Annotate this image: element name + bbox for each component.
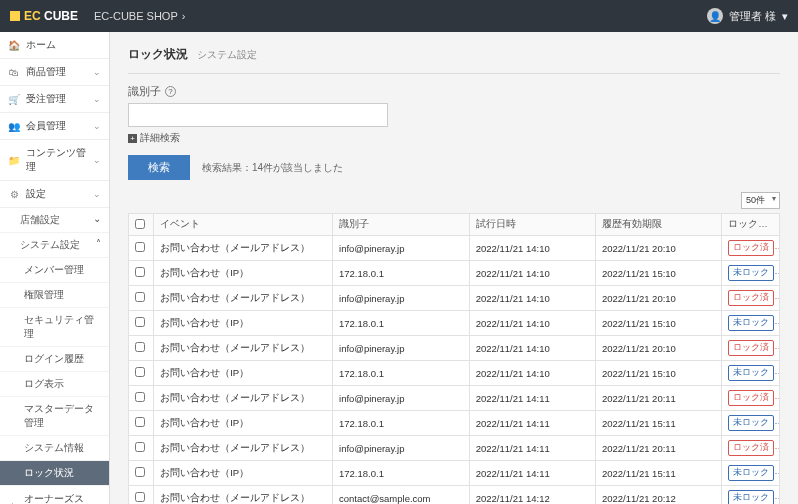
status-badge: ロック済: [728, 440, 774, 456]
nav-item-1[interactable]: 🛍商品管理⌄: [0, 59, 109, 86]
nav-sub-sub2[interactable]: システム設定˄: [0, 233, 109, 258]
row-checkbox[interactable]: [135, 467, 145, 477]
cell-status: ロック済: [722, 286, 780, 311]
cell-attempt-time: 2022/11/21 14:10: [469, 286, 595, 311]
nav-system-6[interactable]: システム情報: [0, 436, 109, 461]
page-size-select[interactable]: 50件: [741, 192, 780, 209]
result-count: 検索結果：14件が該当しました: [202, 161, 343, 175]
nav-item-0[interactable]: 🏠ホーム: [0, 32, 109, 59]
nav-system-1[interactable]: 権限管理: [0, 283, 109, 308]
status-badge: 未ロック: [728, 365, 774, 381]
cell-expiry: 2022/11/21 15:11: [595, 411, 721, 436]
user-menu[interactable]: 👤 管理者 様 ▾: [707, 8, 788, 24]
nav-icon: 📁: [8, 155, 20, 166]
cell-attempt-time: 2022/11/21 14:11: [469, 461, 595, 486]
nav-label: セキュリティ管理: [24, 314, 94, 339]
cell-expiry: 2022/11/21 15:10: [595, 261, 721, 286]
row-checkbox-cell: [129, 411, 154, 436]
status-badge: ロック済: [728, 390, 774, 406]
row-checkbox[interactable]: [135, 242, 145, 252]
select-all-checkbox[interactable]: [135, 219, 145, 229]
chevron-down-icon: ▾: [782, 10, 788, 23]
row-checkbox[interactable]: [135, 342, 145, 352]
shop-link[interactable]: EC-CUBE SHOP›: [94, 10, 185, 22]
nav-item-3[interactable]: 👥会員管理⌄: [0, 113, 109, 140]
cell-identifier: info@pineray.jp: [333, 336, 470, 361]
nav-item-4[interactable]: 📁コンテンツ管理⌄: [0, 140, 109, 181]
cell-identifier: 172.18.0.1: [333, 361, 470, 386]
cell-event: お問い合わせ（メールアドレス）: [154, 486, 333, 505]
nav-system-2[interactable]: セキュリティ管理: [0, 308, 109, 347]
row-checkbox-cell: [129, 311, 154, 336]
row-checkbox[interactable]: [135, 492, 145, 502]
page-title: ロック状況: [128, 47, 188, 61]
nav-sub-sub1[interactable]: 店舗設定⌄: [0, 208, 109, 233]
row-checkbox-cell: [129, 436, 154, 461]
table-row: お問い合わせ（メールアドレス）contact@sample.com2022/11…: [129, 486, 780, 505]
cell-expiry: 2022/11/21 20:10: [595, 336, 721, 361]
row-checkbox-cell: [129, 361, 154, 386]
cell-expiry: 2022/11/21 20:12: [595, 486, 721, 505]
row-checkbox[interactable]: [135, 442, 145, 452]
cell-identifier: info@pineray.jp: [333, 386, 470, 411]
cell-attempt-time: 2022/11/21 14:10: [469, 261, 595, 286]
row-checkbox[interactable]: [135, 292, 145, 302]
nav-label: ログ表示: [24, 378, 64, 389]
cell-expiry: 2022/11/21 20:11: [595, 386, 721, 411]
lock-table: イベント識別子試行日時履歴有効期限ロック状況 お問い合わせ（メールアドレス）in…: [128, 213, 780, 504]
cell-event: お問い合わせ（IP）: [154, 311, 333, 336]
cell-identifier: 172.18.0.1: [333, 261, 470, 286]
detail-search-toggle[interactable]: + 詳細検索: [128, 131, 780, 145]
nav-system-3[interactable]: ログイン履歴: [0, 347, 109, 372]
row-checkbox-cell: [129, 286, 154, 311]
chevron-right-icon: ›: [182, 10, 186, 22]
nav-icon: ⚙: [8, 189, 20, 200]
cell-attempt-time: 2022/11/21 14:10: [469, 336, 595, 361]
status-badge: ロック済: [728, 290, 774, 306]
help-icon[interactable]: ?: [165, 86, 176, 97]
cell-attempt-time: 2022/11/21 14:11: [469, 411, 595, 436]
col-head-0: [129, 214, 154, 236]
nav-label: オーナーズストア: [24, 492, 87, 504]
table-row: お問い合わせ（メールアドレス）info@pineray.jp2022/11/21…: [129, 436, 780, 461]
nav-system-4[interactable]: ログ表示: [0, 372, 109, 397]
nav-item-2[interactable]: 🛒受注管理⌄: [0, 86, 109, 113]
nav-label: システム情報: [24, 442, 84, 453]
avatar-icon: 👤: [707, 8, 723, 24]
row-checkbox[interactable]: [135, 317, 145, 327]
shop-name: EC-CUBE SHOP: [94, 10, 178, 22]
cell-event: お問い合わせ（IP）: [154, 361, 333, 386]
logo[interactable]: EC CUBE: [10, 9, 78, 23]
nav-item-5[interactable]: ⚙設定⌄: [0, 181, 109, 208]
row-checkbox[interactable]: [135, 367, 145, 377]
nav-label: 受注管理: [26, 92, 66, 106]
table-row: お問い合わせ（IP）172.18.0.12022/11/21 14:102022…: [129, 311, 780, 336]
row-checkbox[interactable]: [135, 392, 145, 402]
nav-icon: 👥: [8, 121, 20, 132]
cell-expiry: 2022/11/21 20:11: [595, 436, 721, 461]
col-head-5: ロック状況: [722, 214, 780, 236]
chevron-down-icon: ⌄: [93, 189, 101, 199]
cell-event: お問い合わせ（IP）: [154, 411, 333, 436]
chevron-icon: ⌄: [93, 213, 101, 224]
row-checkbox-cell: [129, 261, 154, 286]
nav-system-0[interactable]: メンバー管理: [0, 258, 109, 283]
table-row: お問い合わせ（メールアドレス）info@pineray.jp2022/11/21…: [129, 336, 780, 361]
nav-label: 店舗設定: [20, 214, 60, 225]
col-head-3: 試行日時: [469, 214, 595, 236]
search-button[interactable]: 検索: [128, 155, 190, 180]
row-checkbox[interactable]: [135, 267, 145, 277]
table-row: お問い合わせ（IP）172.18.0.12022/11/21 14:102022…: [129, 261, 780, 286]
nav-system-5[interactable]: マスターデータ管理: [0, 397, 109, 436]
row-checkbox-cell: [129, 236, 154, 261]
cell-attempt-time: 2022/11/21 14:10: [469, 361, 595, 386]
nav-item2-0[interactable]: ★オーナーズストア⌄: [0, 486, 109, 504]
nav-system-7[interactable]: ロック状況: [0, 461, 109, 486]
table-row: お問い合わせ（メールアドレス）info@pineray.jp2022/11/21…: [129, 236, 780, 261]
identifier-input[interactable]: [128, 103, 388, 127]
chevron-down-icon: ⌄: [93, 67, 101, 77]
cell-attempt-time: 2022/11/21 14:11: [469, 436, 595, 461]
sidebar: 🏠ホーム🛍商品管理⌄🛒受注管理⌄👥会員管理⌄📁コンテンツ管理⌄⚙設定⌄店舗設定⌄…: [0, 32, 110, 504]
status-badge: 未ロック: [728, 490, 774, 504]
row-checkbox[interactable]: [135, 417, 145, 427]
